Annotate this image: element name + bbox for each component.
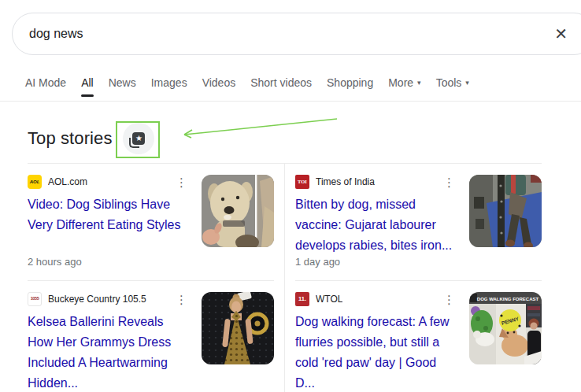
source-row: TOI Times of India ⋮ bbox=[295, 175, 458, 189]
source-row: AOL AOL.com ⋮ bbox=[28, 175, 191, 189]
stacked-cards-star-icon: ★ bbox=[132, 132, 145, 145]
story-card-aol[interactable]: AOL AOL.com ⋮ Video: Dog Siblings Have V… bbox=[28, 164, 274, 280]
source-row: 11. WTOL ⋮ bbox=[295, 292, 458, 306]
tab-tools[interactable]: Tools ▾ bbox=[436, 76, 469, 91]
top-stories-grid: AOL AOL.com ⋮ Video: Dog Siblings Have V… bbox=[28, 163, 542, 392]
story-title-link[interactable]: Kelsea Ballerini Reveals How Her Grammys… bbox=[28, 312, 191, 392]
top-stories-heading: Top stories bbox=[28, 128, 112, 149]
tab-ai-mode[interactable]: AI Mode bbox=[25, 76, 66, 91]
times-of-india-favicon: TOI bbox=[295, 175, 309, 189]
story-card-buckeye-country[interactable]: 1055 Buckeye Country 105.5 ⋮ Kelsea Ball… bbox=[28, 280, 274, 392]
source-name: AOL.com bbox=[48, 176, 87, 187]
tab-short-videos[interactable]: Short videos bbox=[250, 76, 312, 91]
search-input[interactable] bbox=[29, 27, 563, 41]
tab-news[interactable]: News bbox=[109, 76, 136, 91]
tab-shopping[interactable]: Shopping bbox=[327, 76, 373, 91]
clear-search-icon[interactable]: ✕ bbox=[553, 24, 569, 43]
chevron-down-icon: ▾ bbox=[465, 79, 469, 87]
result-tabs: AI Mode All News Images Videos Short vid… bbox=[25, 76, 469, 91]
source-row: 1055 Buckeye Country 105.5 ⋮ bbox=[28, 292, 191, 306]
tab-more[interactable]: More ▾ bbox=[388, 76, 420, 91]
search-bar[interactable]: ✕ bbox=[12, 13, 581, 55]
story-title-link[interactable]: Bitten by dog, missed vaccine: Gujarat l… bbox=[295, 194, 458, 256]
top-stories-header: Top stories ★ bbox=[28, 122, 154, 155]
story-title-link[interactable]: Dog walking forecast: A few flurries pos… bbox=[295, 312, 458, 392]
story-title-link[interactable]: Video: Dog Siblings Have Very Different … bbox=[28, 194, 191, 235]
top-stories-expand-button[interactable]: ★ bbox=[123, 123, 154, 154]
story-thumbnail-dog-video[interactable] bbox=[202, 175, 274, 247]
svg-text:DOG WALKING FORECAST: DOG WALKING FORECAST bbox=[477, 297, 539, 301]
story-card-times-of-india[interactable]: TOI Times of India ⋮ Bitten by dog, miss… bbox=[295, 164, 542, 280]
aol-favicon: AOL bbox=[28, 175, 42, 189]
story-thumbnail-hospital[interactable] bbox=[469, 175, 542, 247]
more-options-icon[interactable]: ⋮ bbox=[172, 176, 191, 189]
story-timestamp: 2 hours ago bbox=[28, 256, 82, 268]
source-name: Times of India bbox=[316, 176, 375, 187]
wtol-favicon: 11. bbox=[295, 292, 309, 306]
tabs-divider bbox=[0, 101, 581, 102]
source-name: Buckeye Country 105.5 bbox=[48, 294, 146, 305]
story-meta: 2 hours ago bbox=[28, 256, 191, 280]
tab-images[interactable]: Images bbox=[151, 76, 187, 91]
story-timestamp: 1 day ago bbox=[295, 256, 340, 268]
more-options-icon[interactable]: ⋮ bbox=[172, 293, 191, 306]
buckeye-country-favicon: 1055 bbox=[28, 292, 42, 306]
more-options-icon[interactable]: ⋮ bbox=[440, 176, 458, 189]
source-name: WTOL bbox=[316, 294, 342, 305]
story-thumbnail-dog-walking-forecast[interactable]: PENNY DOG WALKING FORECAST bbox=[469, 292, 542, 364]
story-thumbnail-grammys[interactable] bbox=[202, 292, 274, 364]
story-meta: 1 day ago bbox=[295, 256, 458, 280]
story-card-wtol[interactable]: 11. WTOL ⋮ Dog walking forecast: A few f… bbox=[295, 280, 542, 392]
tab-all[interactable]: All bbox=[81, 76, 94, 91]
tab-videos[interactable]: Videos bbox=[202, 76, 236, 91]
chevron-down-icon: ▾ bbox=[417, 79, 421, 87]
more-options-icon[interactable]: ⋮ bbox=[440, 293, 458, 306]
